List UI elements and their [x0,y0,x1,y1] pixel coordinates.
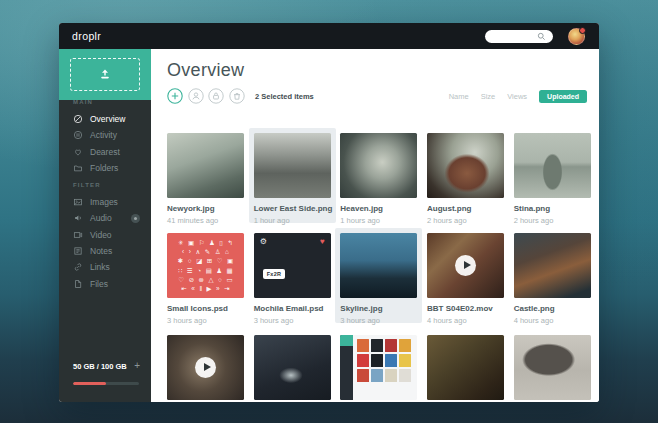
sidebar-item-label: Files [90,279,108,289]
sidebar-item-label: Notes [90,246,112,256]
file-card-mochila-email-psd[interactable]: ⚙♥Fx2RMochila Email.psd3 hours ago [254,233,331,325]
storage-usage-label: 50 GB / 100 GB [73,362,127,371]
file-timestamp: 3 hours ago [254,316,331,325]
section-label: MAIN [59,99,151,105]
file-card-skyline-jpg[interactable]: Skyline.jpg3 hours ago [340,233,417,325]
links-icon [73,262,83,272]
sidebar-item-links[interactable]: Links [59,259,151,275]
sidebar-item-files[interactable]: Files [59,275,151,291]
notes-icon [73,246,83,256]
file-card-bbt-s04e02-mov[interactable]: BBT S04E02.mov4 hours ago [427,233,504,325]
sidebar-item-activity[interactable]: Activity [59,127,151,143]
mini-icons-row: ⇤«‖▶»⇥ [177,284,234,293]
notification-badge-icon [579,27,586,34]
upload-dropzone[interactable] [59,49,151,100]
dearest-icon [73,147,83,157]
file-thumbnail [514,133,591,198]
file-name: Small Icons.psd [167,304,244,313]
file-grid: Newyork.jpg41 minutes agoLower East Side… [151,49,599,402]
file-card[interactable] [514,335,591,400]
search-input[interactable] [485,30,553,43]
file-name: Lower East Side.png [254,204,331,213]
sidebar-item-label: Links [90,262,110,272]
file-card-small-icons-psd[interactable]: ✳▣⚐♟▯↰‹›∧✎♙⌂✱○◪⊞♡▣∷☰◔▤♟▦♡⊘⊗△○▭⇤«‖▶»⇥Smal… [167,233,244,325]
play-button[interactable] [455,255,476,276]
activity-icon [73,130,83,140]
file-thumbnail [254,133,331,198]
overview-icon [73,114,83,124]
shortcut-badge: Fx2R [263,269,286,279]
file-card-newyork-jpg[interactable]: Newyork.jpg41 minutes ago [167,133,244,225]
file-name: Mochila Email.psd [254,304,331,313]
sidebar-item-label: Dearest [90,147,120,157]
sidebar-item-audio[interactable]: Audio [59,210,151,226]
mini-icons-row: ‹›∧✎♙⌂ [178,247,234,256]
file-timestamp: 2 hours ago [427,216,504,225]
file-name: Newyork.jpg [167,204,244,213]
file-name: BBT S04E02.mov [427,304,504,313]
file-card-august-png[interactable]: August.png2 hours ago [427,133,504,225]
sidebar-item-label: Audio [90,213,112,223]
sidebar-item-label: Images [90,197,118,207]
file-timestamp: 41 minutes ago [167,216,244,225]
sidebar-item-video[interactable]: Video [59,227,151,243]
sidebar-item-overview[interactable]: Overview [59,111,151,127]
file-card-stina-png[interactable]: Stina.png2 hours ago [514,133,591,225]
file-card[interactable] [427,335,504,400]
upload-icon [98,69,112,80]
sidebar-item-label: Overview [90,114,125,124]
file-timestamp: 2 hours ago [514,216,591,225]
file-thumbnail: ✳▣⚐♟▯↰‹›∧✎♙⌂✱○◪⊞♡▣∷☰◔▤♟▦♡⊘⊗△○▭⇤«‖▶»⇥ [167,233,244,298]
file-name: Stina.png [514,204,591,213]
play-button[interactable] [195,357,216,378]
sidebar-item-label: Folders [90,163,118,173]
folders-icon [73,163,83,173]
file-card-lower-east-side-png[interactable]: Lower East Side.png1 hour ago [254,133,331,225]
gear-icon: ⚙ [260,237,267,246]
file-thumbnail: ⚙♥Fx2R [254,233,331,298]
file-card-heaven-jpg[interactable]: Heaven.jpg1 hours ago [340,133,417,225]
file-timestamp: 4 hours ago [514,316,591,325]
sidebar-item-notes[interactable]: Notes [59,243,151,259]
file-name: Castle.png [514,304,591,313]
file-thumbnail [514,335,591,400]
sidebar-item-folders[interactable]: Folders [59,160,151,176]
count-badge [131,214,140,223]
file-thumbnail [427,335,504,400]
sidebar-section-main: MAINOverviewActivityDearestFolders [59,99,151,176]
storage-progress-fill [73,382,106,385]
mini-app-grid [357,339,414,382]
file-timestamp: 4 hours ago [427,316,504,325]
file-thumbnail [427,233,504,298]
mini-icons-row: ♡⊘⊗△○▭ [174,275,237,284]
file-timestamp: 1 hour ago [254,216,331,225]
file-card[interactable] [340,335,417,400]
file-thumbnail [340,133,417,198]
topbar: droplr [59,23,599,49]
file-timestamp: 1 hours ago [340,216,417,225]
sidebar-section-filter: FILTERImagesAudioVideoNotesLinksFiles [59,182,151,292]
file-name: Skyline.jpg [340,304,417,313]
mini-icons-row: ∷☰◔▤♟▦ [174,266,238,275]
add-storage-button[interactable]: + [134,360,140,371]
file-timestamp: 3 hours ago [167,316,244,325]
file-card-castle-png[interactable]: Castle.png4 hours ago [514,233,591,325]
file-card[interactable] [254,335,331,400]
files-icon [73,279,83,289]
file-timestamp: 3 hours ago [340,316,417,325]
droplr-window: droplr MAINOverviewActivityDearestFolder… [59,23,599,402]
heart-icon: ♥ [320,237,325,246]
sidebar-item-label: Video [90,230,112,240]
sidebar-item-images[interactable]: Images [59,194,151,210]
sidebar-item-dearest[interactable]: Dearest [59,144,151,160]
file-thumbnail [340,335,417,400]
desktop-background: droplr MAINOverviewActivityDearestFolder… [0,0,658,423]
droplr-logo: droplr [72,30,101,42]
section-label: FILTER [59,182,151,188]
video-icon [73,230,83,240]
file-card[interactable] [167,335,244,400]
sidebar-item-label: Activity [90,130,117,140]
file-thumbnail [340,233,417,298]
avatar[interactable] [568,28,585,45]
file-thumbnail [167,335,244,400]
